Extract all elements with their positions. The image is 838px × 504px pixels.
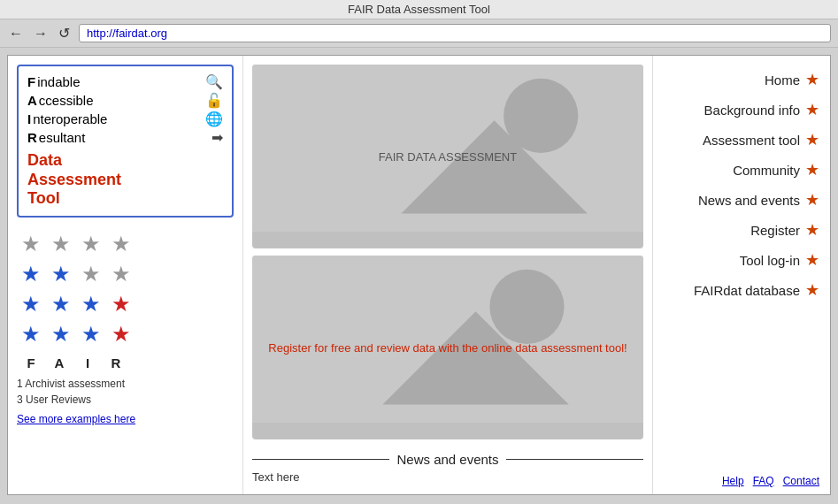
faq-link[interactable]: FAQ [753,475,774,487]
nav-news-events[interactable]: News and events ★ [660,185,823,215]
left-panel: F indable 🔍 A ccessible 🔓 I nteroperable… [8,56,242,494]
fair-box: F indable 🔍 A ccessible 🔓 I nteroperable… [17,65,234,218]
fair-row-f: F indable 🔍 [27,73,223,90]
assessment-info: 1 Archivist assessment 3 User Reviews [17,376,125,408]
nav-community[interactable]: Community ★ [660,155,823,185]
right-panel: Home ★ Background info ★ Assessment tool… [653,56,830,494]
nav-background-info-star: ★ [805,100,819,119]
star-r4c3: ★ [77,320,105,348]
word-esultant: esultant [37,130,211,145]
star-r4c4: ★ [107,320,135,348]
archivist-count: 1 Archivist assessment [17,376,125,392]
refresh-button[interactable]: ↺ [57,25,72,42]
bottom-links: Help FAQ Contact [722,475,819,487]
word-ccessible: ccessible [37,93,205,108]
news-title: News and events [396,452,498,467]
star-r4c2: ★ [47,320,75,348]
nav-fairdat-database-star: ★ [805,280,819,300]
nav-register-star: ★ [805,220,819,240]
nav-background-info-label: Background info [704,103,800,118]
news-body: Text here [252,470,643,484]
nav-tool-login-label: Tool log-in [740,253,800,268]
nav-home-star: ★ [805,70,819,89]
image-box-2: Register for free and review data with t… [252,256,643,439]
data-tool-text: DataAssessmentTool [27,151,223,209]
fair-rows: F indable 🔍 A ccessible 🔓 I nteroperable… [27,73,223,146]
stars-grid: ★ ★ ★ ★ ★ ★ ★ ★ ★ ★ ★ ★ ★ ★ ★ ★ [17,230,135,348]
center-panel: FAIR DATA ASSESSMENT Register for free a… [242,56,653,494]
star-r2c2: ★ [47,260,75,288]
illustration-2-svg [252,256,643,423]
address-bar[interactable]: http://fairdat.org [79,24,831,42]
title-bar: FAIR Data Assessment Tool [0,0,838,19]
nav-assessment-tool[interactable]: Assessment tool ★ [660,125,823,155]
fair-labels: F A I R [17,355,130,370]
svg-point-5 [489,270,564,344]
lock-icon: 🔓 [205,92,223,109]
fair-label-f: F [17,355,45,370]
main-content: F indable 🔍 A ccessible 🔓 I nteroperable… [7,55,831,495]
arrow-icon: ➡ [211,129,223,146]
user-reviews-count: 3 User Reviews [17,392,125,408]
illustration-1-svg [252,65,643,232]
news-line-left [252,459,389,460]
news-line-right [506,459,643,460]
nav-community-label: Community [733,163,800,178]
globe-icon: 🌐 [205,111,223,127]
nav-register-label: Register [750,223,800,238]
nav-tool-login[interactable]: Tool log-in ★ [660,245,823,275]
fair-label-r: R [102,355,130,370]
star-r3c4: ★ [107,290,135,318]
nav-news-events-star: ★ [805,190,819,210]
box1-label: FAIR DATA ASSESSMENT [379,150,517,164]
news-section: News and events Text here [252,447,643,485]
star-r1c2: ★ [47,230,75,258]
help-link[interactable]: Help [722,475,744,487]
nav-home[interactable]: Home ★ [660,65,823,95]
search-icon: 🔍 [205,73,223,90]
nav-home-label: Home [765,73,800,88]
image-box-1: FAIR DATA ASSESSMENT [252,65,643,248]
star-r3c3: ★ [77,290,105,318]
letter-f: F [27,74,35,89]
fair-label-i: I [73,355,102,370]
nav-assessment-tool-label: Assessment tool [703,133,800,148]
word-indable: indable [35,74,205,89]
nav-fairdat-database[interactable]: FAIRdat database ★ [660,275,823,305]
nav-tool-login-star: ★ [805,250,819,270]
contact-link[interactable]: Contact [783,475,819,487]
fair-label-a: A [45,355,73,370]
letter-r: R [27,130,37,145]
fair-row-i: I nteroperable 🌐 [27,111,223,127]
star-r2c1: ★ [17,260,45,288]
svg-point-2 [504,79,578,153]
forward-button[interactable]: → [32,26,50,42]
letter-a: A [27,93,37,108]
star-r1c1: ★ [17,230,45,258]
back-button[interactable]: ← [7,26,25,42]
star-r3c2: ★ [47,290,75,318]
star-r1c3: ★ [77,230,105,258]
news-header: News and events [252,452,643,467]
word-nteroperable: nteroperable [31,111,205,126]
nav-background-info[interactable]: Background info ★ [660,95,823,125]
star-r1c4: ★ [107,230,135,258]
fair-row-a: A ccessible 🔓 [27,92,223,109]
star-r2c4: ★ [107,260,135,288]
star-r4c1: ★ [17,320,45,348]
page-title: FAIR Data Assessment Tool [348,3,490,16]
browser-chrome: ← → ↺ http://fairdat.org [0,19,838,48]
nav-assessment-tool-star: ★ [805,130,819,149]
fair-row-r: R esultant ➡ [27,129,223,146]
star-r3c1: ★ [17,290,45,318]
see-more-link[interactable]: See more examples here [17,413,135,425]
stars-panel: ★ ★ ★ ★ ★ ★ ★ ★ ★ ★ ★ ★ ★ ★ ★ ★ [17,226,234,429]
nav-fairdat-database-label: FAIRdat database [694,283,800,298]
nav-community-star: ★ [805,160,819,179]
box2-label: Register for free and review data with t… [268,341,627,355]
nav-news-events-label: News and events [698,193,800,208]
nav-register[interactable]: Register ★ [660,215,823,245]
star-r2c3: ★ [77,260,105,288]
